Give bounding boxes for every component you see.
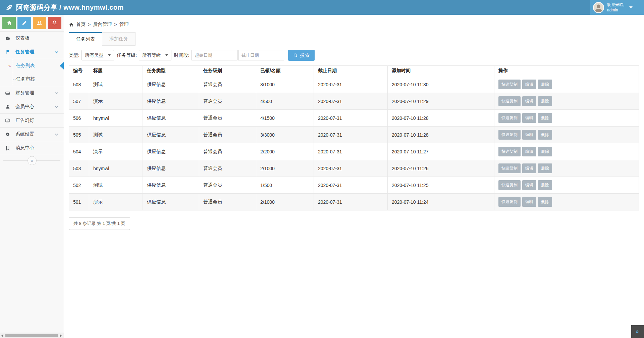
table-cell: 2020-07-10 11:26 xyxy=(388,160,494,177)
edit-button[interactable]: 编辑 xyxy=(522,80,536,89)
chevron-double-up-icon: « xyxy=(634,330,641,334)
column-header: 任务类型 xyxy=(143,66,199,76)
type-select-value: 所有类型 xyxy=(85,52,104,58)
scroll-right-arrow-icon[interactable] xyxy=(60,334,62,337)
edit-button[interactable]: 编辑 xyxy=(522,147,536,156)
user-icon xyxy=(5,104,10,109)
row-actions: 快速复制编辑删除 xyxy=(494,76,639,93)
tab-task-list[interactable]: 任务列表 xyxy=(69,32,102,46)
quick-copy-button[interactable]: 快速复制 xyxy=(498,197,521,207)
chevron-down-icon xyxy=(54,50,59,54)
sidebar-item-label: 系统设置 xyxy=(15,131,34,137)
search-icon xyxy=(293,53,298,58)
type-select[interactable]: 所有类型 xyxy=(82,50,114,60)
home-button[interactable] xyxy=(2,17,16,29)
quick-copy-button[interactable]: 快速复制 xyxy=(498,180,521,190)
tree-connector xyxy=(13,79,16,80)
sidebar-item-dashboard[interactable]: 仪表板 xyxy=(0,32,64,45)
task-table: 编号标题任务类型任务级别已领/名额截止日期添加时间操作 508测试供应信息普通会… xyxy=(69,65,639,210)
tree-line xyxy=(13,59,13,73)
table-cell: 506 xyxy=(69,110,89,127)
select-arrow-icon xyxy=(108,54,111,56)
end-date-input[interactable] xyxy=(238,50,284,60)
delete-button[interactable]: 删除 xyxy=(538,80,552,89)
level-select-value: 所有等级 xyxy=(142,52,161,58)
quick-copy-button[interactable]: 快速复制 xyxy=(498,163,521,173)
sidebar-item-message-center[interactable]: 消息中心 xyxy=(0,141,64,155)
column-header: 添加时间 xyxy=(388,66,494,76)
sidebar-item-system-settings[interactable]: 系统设置 xyxy=(0,128,64,141)
delete-button[interactable]: 删除 xyxy=(538,163,552,173)
edit-button[interactable]: 编辑 xyxy=(522,163,536,173)
table-cell: 503 xyxy=(69,160,89,177)
quick-copy-button[interactable]: 快速复制 xyxy=(498,80,521,89)
start-date-input[interactable] xyxy=(192,50,237,60)
quick-copy-button[interactable]: 快速复制 xyxy=(498,113,521,123)
edit-button[interactable]: 编辑 xyxy=(522,180,536,190)
sidebar-item-task-review[interactable]: 任务审核 xyxy=(0,73,64,86)
quick-copy-button[interactable]: 快速复制 xyxy=(498,147,521,156)
tab-add-task[interactable]: 添加任务 xyxy=(102,32,136,46)
horizontal-scrollbar[interactable] xyxy=(0,333,64,338)
delete-button[interactable]: 删除 xyxy=(538,197,552,207)
members-button-quick[interactable] xyxy=(33,17,46,29)
breadcrumb-admin[interactable]: 后台管理 xyxy=(93,21,112,28)
scroll-left-arrow-icon[interactable] xyxy=(1,334,3,337)
search-button-label: 搜索 xyxy=(300,52,310,58)
user-menu[interactable]: 欢迎光临, admin xyxy=(590,0,644,15)
edit-button[interactable]: 编辑 xyxy=(522,113,536,123)
chevron-down-icon xyxy=(629,6,633,8)
table-cell: 2020-07-10 11:30 xyxy=(388,76,494,93)
delete-button[interactable]: 删除 xyxy=(538,96,552,106)
sidebar-item-finance[interactable]: 财务管理 xyxy=(0,86,64,100)
table-cell: 供应信息 xyxy=(143,160,199,177)
table-cell: 502 xyxy=(69,177,89,194)
column-header: 任务级别 xyxy=(199,66,256,76)
sidebar-item-ad-slides[interactable]: 广告幻灯 xyxy=(0,114,64,128)
column-header: 已领/名额 xyxy=(256,66,314,76)
sidebar-item-member-center[interactable]: 会员中心 xyxy=(0,100,64,114)
sidebar-item-task-management[interactable]: 任务管理 xyxy=(0,45,64,59)
sidebar-submenu-tasks: » 任务列表 任务审核 xyxy=(0,59,64,86)
welcome-username: admin xyxy=(607,8,618,12)
table-cell: 504 xyxy=(69,143,89,160)
quick-copy-button[interactable]: 快速复制 xyxy=(498,96,521,106)
search-button[interactable]: 搜索 xyxy=(288,50,315,61)
back-to-top-button[interactable]: « xyxy=(631,325,644,338)
sidebar-collapse-button[interactable]: « xyxy=(28,156,37,165)
edit-button[interactable]: 编辑 xyxy=(522,197,536,207)
table-cell: 2020-07-10 11:25 xyxy=(388,177,494,194)
row-actions: 快速复制编辑删除 xyxy=(494,177,639,194)
notifications-button-quick[interactable] xyxy=(48,17,61,29)
quick-copy-button[interactable]: 快速复制 xyxy=(498,130,521,140)
table-cell: hnymwl xyxy=(89,110,143,127)
breadcrumb-home[interactable]: 首页 xyxy=(76,21,86,28)
delete-button[interactable]: 删除 xyxy=(538,180,552,190)
scrollbar-thumb[interactable] xyxy=(5,334,58,337)
active-pointer-icon xyxy=(60,62,64,69)
level-select[interactable]: 所有等级 xyxy=(139,50,171,60)
column-header: 标题 xyxy=(89,66,143,76)
table-row: 505测试供应信息普通会员3/30002020-07-312020-07-10 … xyxy=(69,127,639,143)
main-content: 首页 > 后台管理 > 管理 任务列表 添加任务 类型: 所有类型 任务等级: … xyxy=(64,15,644,338)
table-cell: 2/2000 xyxy=(256,143,314,160)
edit-button[interactable]: 编辑 xyxy=(522,96,536,106)
edit-button[interactable]: 编辑 xyxy=(522,130,536,140)
sidebar-item-label: 财务管理 xyxy=(15,90,34,96)
column-header: 编号 xyxy=(69,66,89,76)
table-cell: 普通会员 xyxy=(199,177,256,194)
table-cell: 普通会员 xyxy=(199,76,256,93)
delete-button[interactable]: 删除 xyxy=(538,147,552,156)
sidebar-subitem-label: 任务审核 xyxy=(16,76,35,82)
delete-button[interactable]: 删除 xyxy=(538,130,552,140)
period-filter-label: 时间段: xyxy=(174,52,190,58)
sidebar-menu: 仪表板 任务管理 » 任务列表 任务审核 xyxy=(0,31,64,155)
table-cell: 2020-07-31 xyxy=(314,127,388,143)
breadcrumb-separator: > xyxy=(88,22,91,27)
delete-button[interactable]: 删除 xyxy=(538,113,552,123)
edit-button-quick[interactable] xyxy=(17,17,31,29)
table-row: 503hnymwl供应信息普通会员2/10002020-07-312020-07… xyxy=(69,160,639,177)
home-icon xyxy=(6,20,12,26)
sidebar-item-task-list[interactable]: » 任务列表 xyxy=(0,59,64,73)
table-cell: 普通会员 xyxy=(199,127,256,143)
